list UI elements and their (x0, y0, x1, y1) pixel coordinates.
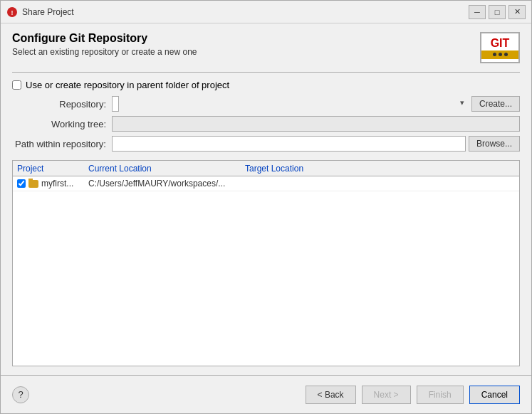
table-header: Project Current Location Target Location (13, 161, 519, 176)
create-button[interactable]: Create... (471, 96, 520, 112)
repository-row: Repository: Create... (12, 96, 520, 112)
git-logo: GIT (480, 32, 520, 63)
path-row: Path within repository: Browse... (12, 136, 520, 152)
git-dot-1 (493, 53, 496, 56)
folder-icon (28, 180, 38, 188)
footer-left: ? (12, 386, 29, 403)
cell-project: myfirst... (17, 179, 88, 189)
repository-select[interactable] (112, 96, 119, 112)
project-name: myfirst... (41, 179, 73, 189)
path-input-wrap: Browse... (112, 136, 520, 152)
project-checkbox[interactable] (17, 179, 26, 188)
col-header-project: Project (17, 163, 88, 174)
footer-right: < Back Next > Finish Cancel (306, 386, 520, 404)
repository-input-wrap: Create... (112, 96, 520, 112)
footer: ? < Back Next > Finish Cancel (1, 375, 531, 413)
working-tree-input[interactable]: No repository selected (112, 116, 520, 132)
working-tree-label: Working tree: (12, 119, 112, 129)
close-button[interactable]: ✕ (508, 5, 526, 19)
finish-button[interactable]: Finish (417, 386, 464, 404)
git-dot-3 (504, 53, 508, 56)
col-header-current: Current Location (88, 163, 245, 174)
next-button[interactable]: Next > (362, 386, 411, 404)
use-parent-folder-label: Use or create repository in parent folde… (26, 80, 229, 90)
use-parent-folder-checkbox[interactable] (12, 80, 21, 90)
page-subtitle: Select an existing repository or create … (12, 47, 197, 57)
path-label: Path within repository: (12, 139, 112, 149)
title-bar-text: Share Project (22, 7, 469, 17)
table-row[interactable]: myfirst... C:/Users/JeffMAURY/workspaces… (13, 176, 519, 191)
page-title: Configure Git Repository (12, 32, 197, 45)
project-table: Project Current Location Target Location… (12, 160, 520, 366)
header-area: Configure Git Repository Select an exist… (12, 32, 520, 63)
path-input[interactable] (112, 136, 466, 152)
title-bar-controls: ─ □ ✕ (469, 5, 526, 19)
maximize-button[interactable]: □ (489, 5, 506, 19)
table-body: myfirst... C:/Users/JeffMAURY/workspaces… (13, 176, 519, 366)
repository-select-wrapper (112, 96, 469, 112)
minimize-button[interactable]: ─ (469, 5, 486, 19)
col-header-target: Target Location (245, 163, 515, 174)
cell-current-location: C:/Users/JeffMAURY/workspaces/... (88, 179, 245, 189)
title-bar: ! Share Project ─ □ ✕ (1, 1, 531, 23)
app-icon: ! (6, 6, 18, 18)
working-tree-input-wrap: No repository selected (112, 116, 520, 132)
git-dot-2 (499, 53, 502, 56)
share-project-dialog: ! Share Project ─ □ ✕ Configure Git Repo… (0, 0, 532, 414)
main-content: Configure Git Repository Select an exist… (1, 23, 531, 375)
working-tree-row: Working tree: No repository selected (12, 116, 520, 132)
repository-label: Repository: (12, 99, 112, 110)
back-button[interactable]: < Back (306, 386, 356, 404)
git-logo-dots (493, 53, 508, 56)
git-logo-text: GIT (491, 36, 510, 50)
git-logo-decoration (481, 51, 518, 59)
browse-button[interactable]: Browse... (469, 136, 520, 152)
cancel-button[interactable]: Cancel (469, 386, 520, 404)
header-separator (12, 72, 520, 73)
use-parent-folder-row: Use or create repository in parent folde… (12, 80, 520, 90)
svg-text:!: ! (11, 9, 14, 16)
help-button[interactable]: ? (12, 386, 29, 403)
header-text: Configure Git Repository Select an exist… (12, 32, 197, 57)
